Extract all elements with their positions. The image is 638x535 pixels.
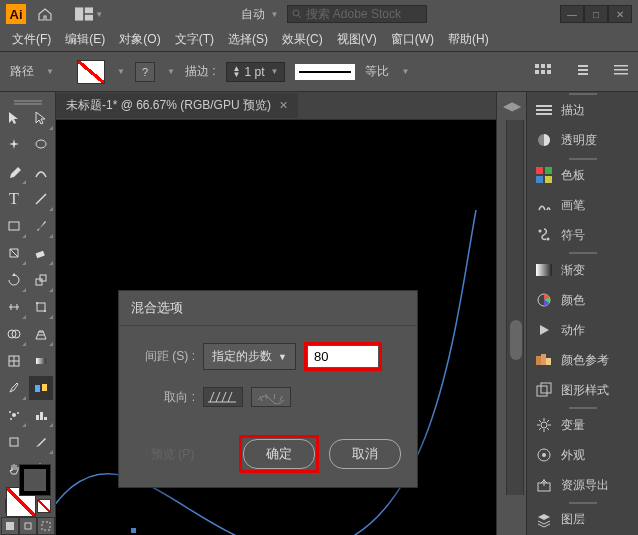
menu-edit[interactable]: 编辑(E) <box>59 29 111 50</box>
line-tool[interactable] <box>29 187 53 211</box>
shape-builder-tool[interactable] <box>2 322 26 346</box>
panel-menu-icon[interactable] <box>614 63 628 80</box>
home-icon[interactable] <box>34 3 56 25</box>
panel-graphicstyles[interactable]: 图形样式 <box>527 375 638 405</box>
eyedropper-tool[interactable] <box>2 376 26 400</box>
menu-window[interactable]: 窗口(W) <box>385 29 440 50</box>
minimize-button[interactable]: — <box>560 5 584 23</box>
chevron-down-icon[interactable]: ▼ <box>167 67 175 76</box>
panel-color[interactable]: 颜色 <box>527 285 638 315</box>
panel-assetexport[interactable]: 资源导出 <box>527 470 638 500</box>
fill-swatch[interactable] <box>77 60 105 84</box>
scale-tool[interactable] <box>29 268 53 292</box>
svg-rect-54 <box>536 176 543 183</box>
svg-point-35 <box>9 411 11 413</box>
panel-brushes[interactable]: 画笔 <box>527 190 638 220</box>
expand-dock-icon[interactable]: ◀▶ <box>497 92 526 120</box>
question-icon[interactable]: ? <box>135 62 155 82</box>
cancel-button[interactable]: 取消 <box>329 439 401 469</box>
fill-stroke-control[interactable] <box>6 487 50 495</box>
mesh-tool[interactable] <box>2 349 26 373</box>
settings-icon[interactable] <box>575 62 591 81</box>
panel-transparency[interactable]: 透明度 <box>527 125 638 155</box>
dock-divider[interactable] <box>506 120 524 495</box>
curvature-tool[interactable] <box>29 160 53 184</box>
draw-normal-icon[interactable] <box>1 517 19 535</box>
chevron-down-icon[interactable]: ▼ <box>46 67 54 76</box>
menu-object[interactable]: 对象(O) <box>113 29 166 50</box>
toolbox: T <box>0 92 56 535</box>
rotate-tool[interactable] <box>2 268 26 292</box>
draw-behind-icon[interactable] <box>19 517 37 535</box>
menu-effect[interactable]: 效果(C) <box>276 29 329 50</box>
panel-symbols[interactable]: 符号 <box>527 220 638 250</box>
chevron-down-icon[interactable]: ▼ <box>401 67 409 76</box>
artboard-tool[interactable] <box>2 430 26 454</box>
arrange-documents-icon[interactable]: ▼ <box>75 3 103 25</box>
panel-stroke[interactable]: 描边 <box>527 95 638 125</box>
spacing-mode-dropdown[interactable]: 指定的步数 ▼ <box>203 343 296 370</box>
stroke-profile[interactable] <box>295 64 355 80</box>
draw-inside-icon[interactable] <box>37 517 55 535</box>
spacing-steps-input[interactable] <box>308 346 378 367</box>
svg-rect-11 <box>578 65 588 67</box>
blend-tool[interactable] <box>29 376 53 400</box>
menu-type[interactable]: 文字(T) <box>169 29 220 50</box>
paintbrush-tool[interactable] <box>29 214 53 238</box>
menu-view[interactable]: 视图(V) <box>331 29 383 50</box>
panel-actions[interactable]: 动作 <box>527 315 638 345</box>
rectangle-tool[interactable] <box>2 214 26 238</box>
maximize-button[interactable]: □ <box>584 5 608 23</box>
slice-tool[interactable] <box>29 430 53 454</box>
symbol-sprayer-tool[interactable] <box>2 403 26 427</box>
orientation-align-page[interactable] <box>203 387 243 407</box>
panel-colorguide[interactable]: 颜色参考 <box>527 345 638 375</box>
scroll-thumb[interactable] <box>510 320 522 360</box>
pen-tool[interactable] <box>2 160 26 184</box>
direct-selection-tool[interactable] <box>29 106 53 130</box>
column-graph-tool[interactable] <box>29 403 53 427</box>
svg-rect-21 <box>36 279 42 285</box>
swatches-icon <box>535 166 553 184</box>
stock-search-input[interactable]: 搜索 Adobe Stock <box>287 5 427 23</box>
graphicstyles-icon <box>535 381 553 399</box>
menu-select[interactable]: 选择(S) <box>222 29 274 50</box>
svg-point-17 <box>36 140 46 148</box>
selection-tool[interactable] <box>2 106 26 130</box>
toolbox-handle[interactable] <box>8 100 48 102</box>
gradient-tool[interactable] <box>29 349 53 373</box>
width-tool[interactable] <box>2 295 26 319</box>
svg-rect-53 <box>545 167 552 174</box>
ok-button[interactable]: 确定 <box>243 439 315 469</box>
preview-checkbox[interactable]: 预览 (P) <box>135 446 194 463</box>
panel-layers[interactable]: 图层 <box>527 505 638 535</box>
eraser-tool[interactable] <box>29 241 53 265</box>
panel-appearance[interactable]: 外观 <box>527 440 638 470</box>
panel-swatches[interactable]: 色板 <box>527 160 638 190</box>
close-button[interactable]: ✕ <box>608 5 632 23</box>
menu-help[interactable]: 帮助(H) <box>442 29 495 50</box>
type-tool[interactable]: T <box>2 187 26 211</box>
free-transform-tool[interactable] <box>29 295 53 319</box>
options-bar: 路径 ▼ | ▼ ? ▼ 描边 : ▲▼ 1 pt ▼ 等比 ▼ | | <box>0 52 638 92</box>
color-mode-none[interactable] <box>37 499 51 513</box>
highlight-box <box>304 342 382 371</box>
lasso-tool[interactable] <box>29 133 53 157</box>
svg-rect-16 <box>614 73 628 75</box>
stroke-swatch-icon[interactable] <box>20 465 50 495</box>
panel-variables[interactable]: 变量 <box>527 410 638 440</box>
blend-options-dialog: 混合选项 间距 (S) : 指定的步数 ▼ 取向 : 预览 (P) <box>118 290 418 488</box>
shaper-tool[interactable] <box>2 241 26 265</box>
document-tab[interactable]: 未标题-1* @ 66.67% (RGB/GPU 预览) ✕ <box>56 93 298 118</box>
magic-wand-tool[interactable] <box>2 133 26 157</box>
chevron-down-icon[interactable]: ▼ <box>117 67 125 76</box>
panel-gradient[interactable]: 渐变 <box>527 255 638 285</box>
workspace-switcher[interactable]: 自动 ▼ <box>241 6 279 23</box>
menu-file[interactable]: 文件(F) <box>6 29 57 50</box>
svg-rect-6 <box>541 64 545 68</box>
orientation-align-path[interactable] <box>251 387 291 407</box>
stroke-weight-input[interactable]: ▲▼ 1 pt ▼ <box>226 62 286 82</box>
align-pixel-icon[interactable] <box>534 63 552 81</box>
close-tab-icon[interactable]: ✕ <box>279 99 288 112</box>
perspective-grid-tool[interactable] <box>29 322 53 346</box>
